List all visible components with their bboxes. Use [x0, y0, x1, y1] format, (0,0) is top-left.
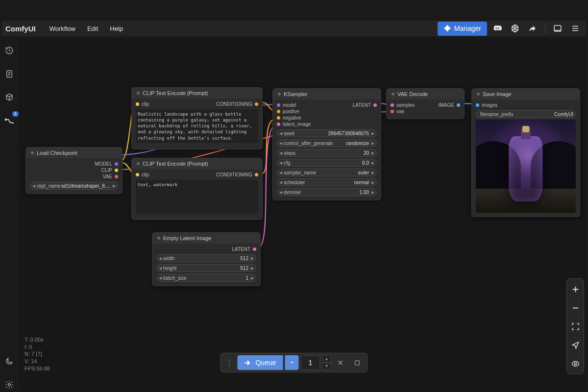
theme-icon[interactable]: [2, 354, 17, 368]
node-title: Load Checkpoint: [37, 150, 77, 156]
param-height[interactable]: ◀height512▶: [156, 264, 256, 272]
param-seed[interactable]: ◀seed286457390848075▶: [277, 129, 377, 137]
menu-workflow[interactable]: Workflow: [44, 22, 81, 35]
node-title: KSampler: [284, 91, 307, 97]
puzzle-icon: [443, 24, 451, 33]
svg-rect-4: [355, 361, 359, 365]
node-ksampler[interactable]: KSampler modelLATENT positive negative l…: [272, 88, 381, 200]
param-scheduler[interactable]: ◀schedulernormal▶: [277, 178, 377, 186]
menu-help[interactable]: Help: [104, 22, 129, 35]
node-save-image[interactable]: Save Image images filename_prefixComfyUI: [471, 88, 580, 217]
node-clip-positive[interactable]: CLIP Text Encode (Prompt) clip CONDITION…: [131, 87, 263, 149]
node-title: Save Image: [483, 91, 512, 97]
param-filename-prefix[interactable]: filename_prefixComfyUI: [476, 110, 576, 118]
manager-button[interactable]: Manager: [438, 22, 487, 36]
node-title: Empty Latent Image: [163, 235, 211, 241]
settings-icon[interactable]: [2, 377, 17, 392]
discord-icon[interactable]: [490, 21, 505, 36]
hamburger-icon[interactable]: [568, 21, 583, 36]
cube-icon[interactable]: [2, 90, 17, 105]
history-icon[interactable]: [2, 43, 17, 58]
menubar: ComfyUI Workflow Edit Help Manager: [1, 21, 587, 36]
node-empty-latent[interactable]: Empty Latent Image LATENT ◀width512▶ ◀he…: [152, 232, 261, 286]
positive-prompt-input[interactable]: [136, 109, 258, 143]
param-control-after-generate[interactable]: ◀control_after_generaterandomize▶: [277, 139, 377, 147]
zoom-out-icon[interactable]: [568, 300, 583, 315]
output-image-preview: [476, 120, 576, 213]
node-vae-decode[interactable]: VAE Decode samplesIMAGE vae: [386, 88, 465, 119]
separator: [545, 23, 545, 34]
node-clip-negative[interactable]: CLIP Text Encode (Prompt) clip CONDITION…: [131, 158, 263, 220]
stepper-down[interactable]: ▼: [322, 363, 331, 370]
grip-icon[interactable]: ⋮: [223, 358, 235, 368]
locate-icon[interactable]: [568, 338, 583, 352]
queue-label: Queue: [255, 359, 276, 367]
param-cfg[interactable]: ◀cfg8.0▶: [277, 159, 377, 167]
param-ckpt-name[interactable]: ◀ckpt_name sd1/dreamshaper_8....▶: [30, 182, 118, 190]
stepper-up[interactable]: ▲: [322, 355, 331, 363]
queue-count-input[interactable]: [301, 355, 320, 370]
community-icon[interactable]: [508, 21, 522, 36]
fit-view-icon[interactable]: [568, 319, 583, 334]
node-title: CLIP Text Encode (Prompt): [143, 161, 208, 167]
svg-point-3: [8, 384, 11, 386]
left-sidebar: 1: [0, 38, 19, 392]
performance-stats: T: 0.00sI: 0N: 7 [7] V: 14FPS:59.88: [24, 336, 50, 372]
app-logo: ComfyUI: [5, 24, 36, 33]
stop-icon[interactable]: [350, 355, 365, 370]
param-steps[interactable]: ◀steps20▶: [277, 149, 377, 157]
param-width[interactable]: ◀width512▶: [156, 254, 256, 262]
queue-button[interactable]: Queue: [237, 355, 283, 370]
cancel-icon[interactable]: ✕: [333, 355, 348, 370]
eye-icon[interactable]: [568, 356, 583, 371]
node-load-checkpoint[interactable]: Load Checkpoint MODEL CLIP VAE ◀ckpt_nam…: [25, 147, 122, 194]
queue-dropdown[interactable]: [285, 355, 299, 370]
view-toolbar: [566, 278, 584, 374]
queue-toolbar: ⋮ Queue ▲ ▼ ✕: [220, 353, 368, 372]
panel-toggle-icon[interactable]: [550, 21, 565, 36]
document-icon[interactable]: [2, 67, 17, 81]
param-denoise[interactable]: ◀denoise1.00▶: [277, 188, 377, 196]
node-canvas[interactable]: Load Checkpoint MODEL CLIP VAE ◀ckpt_nam…: [19, 38, 587, 391]
share-icon[interactable]: [525, 21, 540, 36]
menu-edit[interactable]: Edit: [81, 22, 104, 35]
workflow-badge: 1: [12, 111, 19, 117]
zoom-in-icon[interactable]: [568, 282, 583, 296]
negative-prompt-input[interactable]: [136, 180, 258, 214]
workflow-icon[interactable]: 1: [2, 114, 17, 128]
node-title: VAE Decode: [397, 91, 428, 97]
param-sampler-name[interactable]: ◀sampler_nameeuler▶: [277, 169, 377, 176]
svg-point-5: [574, 363, 576, 365]
node-title: CLIP Text Encode (Prompt): [143, 90, 208, 96]
manager-label: Manager: [454, 24, 481, 32]
param-batch-size[interactable]: ◀batch_size1▶: [156, 274, 256, 282]
queue-stepper: ▲ ▼: [322, 355, 331, 370]
